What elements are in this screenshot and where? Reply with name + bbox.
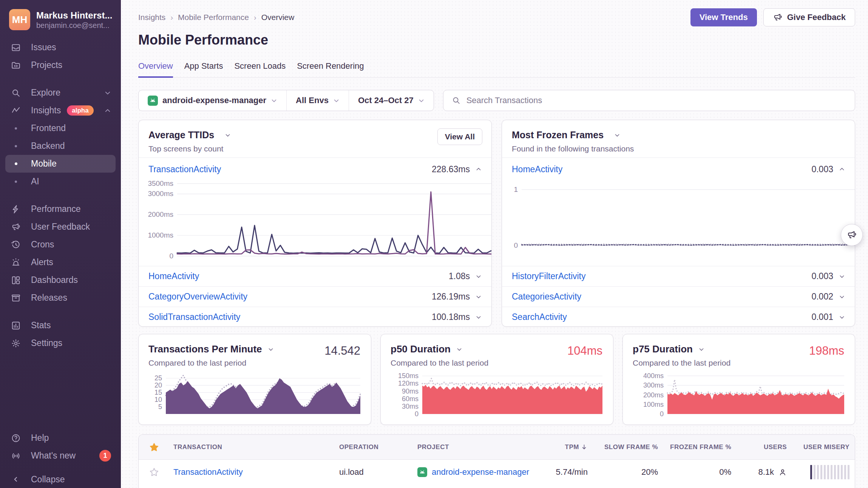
transaction-link[interactable]: HistoryFilterActivity — [512, 271, 586, 281]
chevron-down-icon[interactable] — [476, 314, 482, 320]
sidebar-item-performance[interactable]: Performance — [5, 200, 116, 218]
panel-row-HomeActivity: HomeActivity1.08s — [139, 266, 491, 286]
tab-app-starts[interactable]: App Starts — [184, 61, 223, 78]
transaction-link[interactable]: HomeActivity — [512, 164, 562, 175]
transaction-link[interactable]: TransactionActivity — [173, 467, 243, 477]
explore-icon — [10, 88, 22, 98]
date-filter[interactable]: Oct 24–Oct 27 — [349, 90, 434, 111]
insights-icon — [10, 106, 22, 116]
chevron-up-icon[interactable] — [839, 166, 845, 172]
sidebar-item-user-feedback[interactable]: User Feedback — [5, 218, 116, 236]
card-subtitle: Compared to the last period — [633, 358, 845, 368]
tab-screen-rendering[interactable]: Screen Rendering — [297, 61, 364, 78]
sidebar-item-whats-new[interactable]: What's new1 — [5, 447, 116, 465]
project-link[interactable]: android-expense-manager — [432, 467, 529, 477]
view-trends-button[interactable]: View Trends — [690, 8, 757, 26]
sidebar-item-help[interactable]: Help — [5, 429, 116, 447]
chevron-down-icon[interactable] — [476, 273, 482, 280]
sidebar: MH Markus Hinterst... benjamin.coe@sent.… — [0, 0, 121, 488]
operation-cell: ui.load — [339, 467, 417, 477]
tab-screen-loads[interactable]: Screen Loads — [234, 61, 286, 78]
chevron-down-icon[interactable] — [698, 346, 704, 352]
row-value: 228.63ms — [432, 164, 470, 175]
chevron-down-icon[interactable] — [268, 346, 274, 352]
panel-row-TransactionActivity: TransactionActivity228.63ms — [139, 158, 491, 181]
transaction-link[interactable]: CategoryOverviewActivity — [148, 292, 247, 302]
column-header-slow-frame-[interactable]: SLOW FRAME % — [604, 443, 658, 451]
chevron-left-icon — [10, 475, 22, 483]
column-header-tpm[interactable]: TPM — [565, 443, 588, 451]
sidebar-item-projects[interactable]: Projects — [5, 56, 116, 74]
row-value: 126.19ms — [432, 292, 470, 302]
chevron-down-icon[interactable] — [225, 132, 231, 138]
table-row: TransactionActivityui.loadandroid-expens… — [139, 460, 855, 485]
user-menu[interactable]: MH Markus Hinterst... benjamin.coe@sent.… — [0, 0, 121, 36]
sidebar-item-stats[interactable]: Stats — [5, 317, 116, 334]
column-header-frozen-frame-[interactable]: FROZEN FRAME % — [670, 443, 731, 451]
feedback-fab-button[interactable] — [841, 224, 863, 246]
bullet-icon — [10, 181, 22, 183]
project-filter[interactable]: android-expense-manager — [139, 90, 286, 111]
chevron-down-icon[interactable] — [614, 132, 620, 138]
sidebar-item-alerts[interactable]: Alerts — [5, 253, 116, 271]
sidebar-item-ai[interactable]: AI — [5, 173, 116, 190]
sidebar-item-dashboards[interactable]: Dashboards — [5, 271, 116, 289]
sidebar-item-explore[interactable]: Explore — [5, 84, 116, 102]
transaction-link[interactable]: SearchActivity — [512, 312, 567, 322]
svg-text:15: 15 — [154, 389, 162, 396]
breadcrumb-item: Overview — [261, 13, 295, 22]
panel-row-HomeActivity: HomeActivity0.003 — [502, 158, 855, 181]
sidebar-item-settings[interactable]: Settings — [5, 334, 116, 352]
average-ttids-panel: Average TTIDs Top screens by count View … — [138, 120, 492, 327]
column-header-users[interactable]: USERS — [764, 443, 787, 451]
svg-text:20: 20 — [154, 381, 162, 389]
chevron-down-icon[interactable] — [839, 294, 845, 300]
sidebar-item-backend[interactable]: Backend — [5, 137, 116, 155]
sidebar-item-releases[interactable]: Releases — [5, 289, 116, 307]
collapse-button[interactable]: Collapse — [5, 471, 116, 488]
chevron-down-icon[interactable] — [456, 346, 462, 352]
alerts-icon — [10, 258, 22, 267]
transaction-link[interactable]: HomeActivity — [148, 271, 199, 281]
svg-text:3500ms: 3500ms — [148, 181, 173, 187]
svg-text:0: 0 — [660, 410, 664, 417]
sidebar-item-issues[interactable]: Issues — [5, 39, 116, 56]
column-header-project[interactable]: PROJECT — [417, 443, 531, 451]
sidebar-item-crons[interactable]: Crons — [5, 236, 116, 253]
transaction-link[interactable]: SolidTransactionActivity — [148, 312, 240, 322]
sidebar-nav: IssuesProjectsExploreInsightsalphaFronte… — [0, 36, 121, 429]
column-header-transaction[interactable]: TRANSACTION — [173, 443, 339, 451]
projects-icon — [10, 60, 22, 70]
sidebar-item-mobile[interactable]: Mobile — [5, 155, 116, 173]
search-input[interactable]: Search Transactions — [443, 90, 855, 111]
give-feedback-button[interactable]: Give Feedback — [763, 8, 855, 26]
breadcrumb-item[interactable]: Insights — [138, 13, 165, 22]
sidebar-item-insights[interactable]: Insightsalpha — [5, 102, 116, 119]
card-title: Transactions Per Minute — [148, 343, 262, 355]
chevron-down-icon[interactable] — [839, 314, 845, 320]
panel-title: Average TTIDs — [148, 130, 214, 141]
chevron-up-icon[interactable] — [476, 166, 482, 172]
p50-card: p50 Duration104msCompared to the last pe… — [380, 334, 613, 425]
svg-text:1000ms: 1000ms — [148, 231, 173, 239]
svg-text:10: 10 — [154, 396, 162, 403]
svg-text:3000ms: 3000ms — [148, 190, 173, 198]
view-all-button[interactable]: View All — [437, 128, 482, 145]
performance-icon — [10, 204, 22, 214]
user-name: Markus Hinterst... — [36, 10, 112, 21]
tab-overview[interactable]: Overview — [138, 61, 173, 78]
transaction-link[interactable]: TransactionActivity — [148, 164, 221, 175]
chevron-down-icon[interactable] — [839, 273, 845, 280]
star-header-icon[interactable] — [149, 442, 173, 452]
svg-text:2000ms: 2000ms — [148, 210, 173, 218]
frozen-chart: 10 — [502, 181, 855, 266]
sidebar-item-frontend[interactable]: Frontend — [5, 119, 116, 137]
star-icon[interactable] — [149, 467, 173, 477]
column-header-operation[interactable]: OPERATION — [339, 443, 417, 451]
column-header-user-misery[interactable]: USER MISERY — [803, 443, 849, 451]
breadcrumb-item[interactable]: Mobile Performance — [178, 13, 249, 22]
environment-filter[interactable]: All Envs — [286, 90, 349, 111]
transaction-link[interactable]: CategoriesActivity — [512, 292, 581, 302]
card-value: 14.542 — [324, 344, 360, 358]
chevron-down-icon[interactable] — [476, 294, 482, 300]
